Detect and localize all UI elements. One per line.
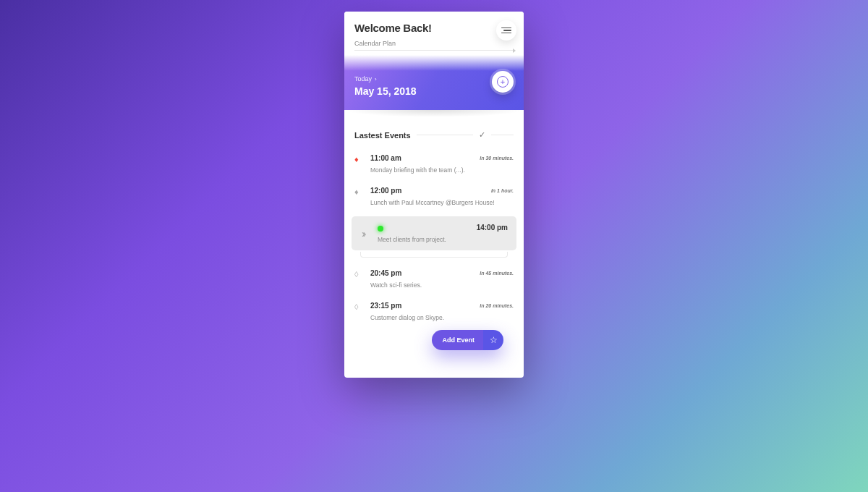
event-relative-time: In 30 minutes. xyxy=(480,156,514,161)
star-icon: ☆ xyxy=(483,330,503,350)
events-header: Lastest Events ✓ xyxy=(354,130,514,140)
events-title: Lastest Events xyxy=(354,131,411,140)
subtitle-divider xyxy=(354,50,514,51)
event-desc: Watch sci-fi series. xyxy=(370,281,514,289)
header-subtitle: Calendar Plan xyxy=(354,40,514,47)
header: Welcome Back! Calendar Plan xyxy=(344,12,524,55)
events-section: Lastest Events ✓ ♦ 11:00 am In 30 minute… xyxy=(344,117,524,378)
chevrons-right-icon: ›› xyxy=(362,228,372,239)
drop-icon: ◊ xyxy=(354,269,365,289)
event-item[interactable]: ♦ 11:00 am In 30 minutes. Monday briefin… xyxy=(354,150,514,182)
welcome-title: Welcome Back! xyxy=(354,22,514,34)
event-desc: Customer dialog on Skype. xyxy=(370,314,514,321)
add-event-label: Add Event xyxy=(432,330,483,350)
event-desc: Monday briefing with the team (...). xyxy=(370,166,514,174)
add-event-button[interactable]: Add Event ☆ xyxy=(432,330,503,350)
today-label: Today xyxy=(354,75,372,82)
drop-icon: ◊ xyxy=(354,302,365,321)
event-relative-time: In 45 minutes. xyxy=(480,271,514,276)
event-item[interactable]: ◊ 23:15 pm In 20 minutes. Customer dialo… xyxy=(354,297,514,330)
menu-button[interactable] xyxy=(496,20,516,41)
event-item[interactable]: ◊ 20:45 pm In 45 minutes. Watch sci-fi s… xyxy=(354,265,514,297)
menu-icon xyxy=(501,27,511,29)
chevron-right-icon: › xyxy=(375,76,377,82)
events-footer: Add Event ☆ xyxy=(354,330,514,368)
app-card: Welcome Back! Calendar Plan Today › May … xyxy=(344,12,524,378)
flame-icon: ♦ xyxy=(354,154,365,174)
event-time: 11:00 am xyxy=(370,154,474,162)
event-time: 23:15 pm xyxy=(370,302,474,310)
status-dot-icon xyxy=(378,226,383,232)
event-time: 14:00 pm xyxy=(477,224,508,232)
event-item[interactable]: ♦ 12:00 pm In 1 hour. Lunch with Paul Mc… xyxy=(354,182,514,215)
event-item-highlighted[interactable]: 14:00 pm ›› Meet clients from project. xyxy=(352,216,516,250)
event-desc: Lunch with Paul Mccartney @Burgers House… xyxy=(370,199,514,206)
event-relative-time: In 20 minutes. xyxy=(480,303,514,308)
current-date: May 15, 2018 xyxy=(354,85,514,97)
event-time: 20:45 pm xyxy=(370,269,474,277)
flame-icon: ♦ xyxy=(354,187,365,206)
plus-icon: + xyxy=(497,76,509,88)
event-time: 12:00 pm xyxy=(370,187,485,195)
add-button[interactable]: + xyxy=(492,71,514,93)
event-relative-time: In 1 hour. xyxy=(491,188,514,193)
check-icon: ✓ xyxy=(479,130,485,140)
event-desc: Meet clients from project. xyxy=(378,236,471,243)
today-link[interactable]: Today › xyxy=(354,75,514,82)
